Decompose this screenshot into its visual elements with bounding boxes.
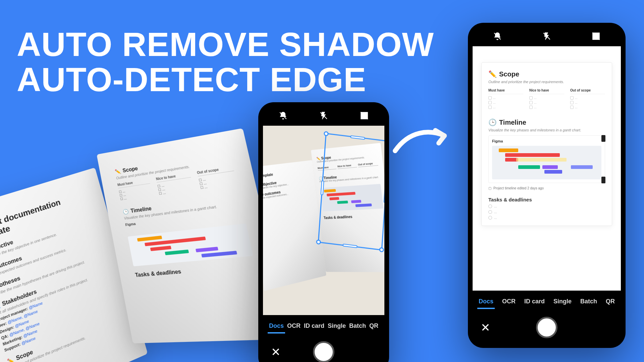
crop-edge-left[interactable] [320,180,324,195]
result-topbar [473,27,621,46]
figma-icon: ▢ [488,186,491,190]
pencil-icon: ✏️ [7,356,15,362]
pencil-icon: ✏️ [488,70,497,78]
tab-id-card[interactable]: ID card [523,297,546,309]
pencil-icon: ✏️ [114,168,121,175]
clock-icon: 🕒 [488,118,497,126]
figma-frame-handle [601,135,605,142]
mode-tabs: Docs OCR ID card Single Batch QR [268,321,380,334]
tab-docs[interactable]: Docs [268,321,285,334]
tab-qr[interactable]: QR [368,321,380,334]
edit-timestamp-note: ▢Project timeline edited 2 days ago [488,186,605,190]
flash-off-icon[interactable] [319,111,328,121]
doc-timeline-title: Timeline [499,119,526,126]
close-button[interactable]: ✕ [271,346,280,358]
doc-scope-subtitle: Outline and prioritize the project requi… [488,80,605,84]
mode-tabs: Docs OCR ID card Single Batch QR [477,297,616,309]
crop-edge-right[interactable] [383,188,384,203]
result-viewport: ✏️Scope Outline and prioritize the proje… [473,46,621,291]
crop-edge-top[interactable] [350,135,365,140]
tab-batch[interactable]: Batch [579,297,598,309]
edge-detection-overlay[interactable] [318,133,384,251]
task-row: ... [488,216,605,220]
tab-batch[interactable]: Batch [348,321,367,334]
scope-columns: Must have......... Nice to have.........… [488,88,605,110]
figma-frame-handle [601,177,605,183]
notifications-off-icon[interactable] [493,32,502,42]
gantt-chart [492,146,601,179]
headline-line-2: AUTO-DETECT EDGE [17,62,434,97]
figma-label: Figma [492,139,601,143]
tab-qr[interactable]: QR [604,297,616,309]
shutter-button[interactable] [536,317,557,338]
doc-scope-title: Scope [499,70,519,78]
open-book-illustration: Project documentation template 🎯Objectiv… [0,108,299,362]
headline-line-1: AUTO REMOVE SHADOW [17,27,434,62]
tab-ocr[interactable]: OCR [501,297,517,309]
grid-off-icon[interactable] [592,32,600,42]
tab-docs[interactable]: Docs [477,297,495,309]
tab-single[interactable]: Single [552,297,573,309]
phone-result: ✏️Scope Outline and prioritize the proje… [468,23,626,348]
task-row: ... [488,204,605,208]
close-button[interactable]: ✕ [481,322,490,333]
task-row: ... [488,210,605,214]
tasks-heading: Tasks & deadlines [488,197,605,202]
grid-off-icon[interactable] [360,111,369,121]
tab-id-card[interactable]: ID card [303,321,326,334]
shutter-button[interactable] [313,341,334,362]
clock-icon: 🕒 [122,208,129,215]
headline-text: AUTO REMOVE SHADOW AUTO-DETECT EDGE [17,27,434,97]
doc-timeline-subtitle: Visualize the key phases and milestones … [488,128,605,132]
crop-handle-top-left[interactable] [324,131,329,136]
notifications-off-icon[interactable] [279,111,287,121]
scanned-document: ✏️Scope Outline and prioritize the proje… [481,62,612,226]
tab-ocr[interactable]: OCR [286,321,302,334]
flash-off-icon[interactable] [542,32,551,42]
arrow-icon [392,126,453,156]
camera-viewport: ... template 🎯 Objective Summarize the k… [263,126,384,315]
tab-single[interactable]: Single [326,321,347,334]
phone-scanner: ... template 🎯 Objective Summarize the k… [258,102,389,362]
scanner-topbar [263,107,384,126]
